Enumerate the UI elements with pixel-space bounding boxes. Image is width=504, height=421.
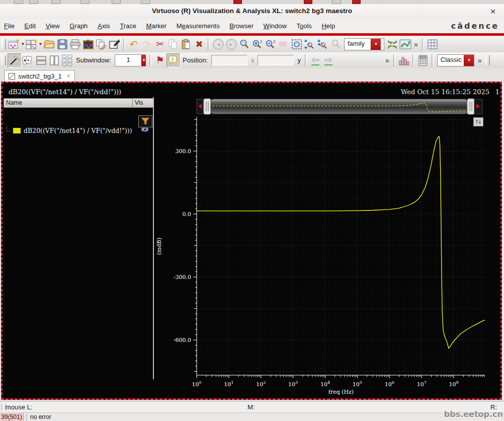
menu-graph[interactable]: Graph xyxy=(65,19,92,30)
menu-measurements[interactable]: Measurements xyxy=(173,19,224,30)
next-marker-icon: ⇨ xyxy=(324,55,332,65)
position-x-input[interactable] xyxy=(211,55,247,65)
menu-edit[interactable]: Edit xyxy=(21,19,40,30)
waveform-plot[interactable]: 300.00.0-300.0-600.010010110210310410510… xyxy=(154,96,500,398)
toolbar-separator xyxy=(393,54,395,66)
trace-list-item[interactable]: dB20((VF("/net14") / VF("/vdd!"))) xyxy=(6,126,151,135)
toolbar-grip[interactable] xyxy=(2,55,6,65)
plot-image-button[interactable] xyxy=(82,38,95,51)
split-vertical-button[interactable] xyxy=(48,54,61,67)
family-combo-dropdown-icon[interactable]: ▼ xyxy=(371,39,381,50)
swap-traces-button[interactable] xyxy=(386,38,399,51)
back-button[interactable]: ◀ xyxy=(212,38,225,51)
zoom-x-icon xyxy=(317,39,329,50)
delete-button[interactable]: ✖ xyxy=(193,38,206,51)
svg-text:104: 104 xyxy=(320,380,330,388)
toolbar-separator xyxy=(208,38,210,50)
new-subwindow-dropdown-icon[interactable]: ▼ xyxy=(38,38,43,51)
fit-waveform-button[interactable] xyxy=(277,38,290,51)
toolbar-grip[interactable] xyxy=(2,39,6,49)
position-y-input[interactable] xyxy=(258,55,294,65)
zoom-button[interactable] xyxy=(238,38,251,51)
redo-button[interactable]: ↷ xyxy=(140,38,153,51)
info-balloon-button[interactable]: i xyxy=(166,53,181,67)
histogram-button[interactable] xyxy=(397,54,410,67)
menu-tools[interactable]: Tools xyxy=(292,19,315,30)
split-horizontal-icon xyxy=(36,55,47,66)
wand-mode-button[interactable] xyxy=(8,53,22,67)
trace-color-swatch[interactable] xyxy=(13,128,21,133)
prev-marker-button[interactable]: ⇦ xyxy=(309,54,322,67)
vis-column-header[interactable]: Vis xyxy=(133,99,153,107)
new-window-dropdown-icon[interactable]: ▼ xyxy=(21,38,25,51)
menu-window[interactable]: Window xyxy=(260,19,291,30)
flag-button[interactable]: ⚑ xyxy=(153,54,166,67)
menu-help[interactable]: Help xyxy=(317,19,339,30)
menu-marker[interactable]: Marker xyxy=(142,19,171,30)
select-mode-button[interactable] xyxy=(108,38,121,51)
classic-combo-dropdown-icon[interactable]: ▼ xyxy=(464,55,473,66)
toolbar-overflow-icon[interactable]: » xyxy=(412,40,420,48)
calculator-button[interactable] xyxy=(416,54,430,67)
zoom-y-button[interactable] xyxy=(303,38,316,51)
name-column-header[interactable]: Name xyxy=(4,99,133,107)
toolbar-separator xyxy=(149,54,151,66)
tab-close-icon[interactable]: × xyxy=(67,73,70,80)
subwindow-combo[interactable]: 1 ▼ xyxy=(115,54,146,66)
undo-button[interactable]: ↶ xyxy=(127,38,140,51)
copy-pages-icon xyxy=(167,39,179,50)
zoom-in-2x-button[interactable]: 2 xyxy=(251,38,264,51)
toolbar-overflow-icon[interactable]: » xyxy=(476,56,484,64)
next-marker-button[interactable]: ⇨ xyxy=(322,54,335,67)
trace-points-button[interactable] xyxy=(399,38,412,51)
mouse-left-label: mouse L: xyxy=(6,403,32,411)
menu-trace[interactable]: Trace xyxy=(116,19,140,30)
classic-combo-value: Classic xyxy=(438,55,464,66)
pan-strip-settings-button[interactable] xyxy=(473,117,483,126)
tab-switch2-bg3-1[interactable]: switch2_bg3_1 × xyxy=(4,70,75,82)
subwindow-combo-dropdown-icon[interactable]: ▼ xyxy=(141,55,146,66)
open-button[interactable] xyxy=(43,38,56,51)
save-button[interactable] xyxy=(56,38,69,51)
zoom-fit-button[interactable] xyxy=(290,38,303,51)
new-subwindow-button[interactable] xyxy=(25,38,38,51)
grid-icon xyxy=(427,39,438,50)
redo-icon: ↷ xyxy=(143,39,151,49)
statusbar-separator xyxy=(26,413,27,420)
forward-button[interactable]: ▶ xyxy=(225,38,238,51)
grid-layout-button[interactable] xyxy=(61,54,74,67)
family-combo[interactable]: family ▼ xyxy=(344,38,384,50)
split-horizontal-button[interactable] xyxy=(35,54,48,67)
trace-table-header: Name Vis xyxy=(4,98,153,108)
background-icon xyxy=(332,0,341,4)
undo-icon: ↶ xyxy=(130,39,138,49)
zoom-fit-icon xyxy=(291,39,302,50)
zoom-inactive-button[interactable] xyxy=(329,38,343,51)
new-waveform-window-button[interactable] xyxy=(8,38,21,51)
paste-button[interactable] xyxy=(180,38,193,51)
graph-window[interactable]: dB20((VF("/net14") / VF("/vdd!"))) Wed O… xyxy=(1,82,502,400)
svg-text:2: 2 xyxy=(260,39,263,44)
menu-axis[interactable]: Axis xyxy=(94,19,114,30)
toolbar-overflow-icon[interactable]: » xyxy=(383,56,391,64)
toolbar-separator xyxy=(305,54,307,66)
menu-view[interactable]: View xyxy=(42,19,64,30)
copy-button[interactable] xyxy=(166,38,180,51)
filter-funnel-icon xyxy=(140,117,150,126)
toolbar-separator xyxy=(422,38,424,50)
edit-copy-button[interactable] xyxy=(95,38,108,51)
visibility-eye-icon[interactable] xyxy=(140,126,149,132)
zoom-x-button[interactable] xyxy=(316,38,329,51)
menu-browser[interactable]: Browser xyxy=(225,19,258,30)
background-icon xyxy=(141,0,150,4)
toolbar-grip[interactable] xyxy=(485,55,490,65)
classic-style-combo[interactable]: Classic ▼ xyxy=(437,54,474,66)
close-window-icon[interactable]: ✕ xyxy=(488,7,498,17)
cards-button[interactable]: ♦♣ xyxy=(22,54,35,67)
print-button[interactable] xyxy=(69,38,82,51)
subwindow-label: Subwindow: xyxy=(74,56,113,64)
grid-toggle-button[interactable] xyxy=(426,38,439,51)
zoom-out-2x-button[interactable]: 2 xyxy=(264,38,277,51)
cut-button[interactable]: ✂ xyxy=(153,38,166,51)
menu-file[interactable]: File xyxy=(0,19,19,30)
